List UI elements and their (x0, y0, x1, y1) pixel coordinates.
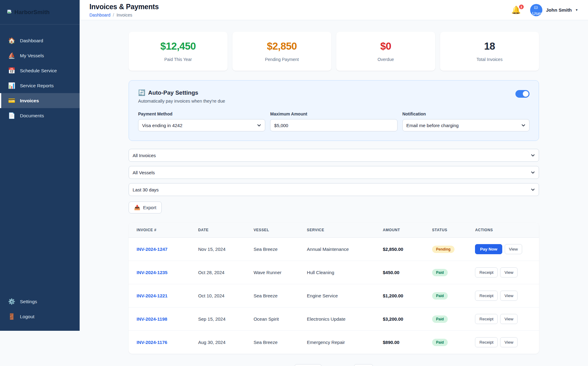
stat-value: $2,850 (236, 40, 328, 52)
logo: HarborSmith (0, 0, 80, 25)
stat-card-paid-this-year: $12,450 Paid This Year (129, 32, 228, 71)
sidebar-item-label: Logout (20, 314, 34, 319)
view-button[interactable]: View (505, 244, 522, 254)
invoice-amount: $890.00 (375, 331, 424, 354)
sidebar-item-invoices[interactable]: 💳 Invoices (0, 93, 80, 108)
page-head: Invoices & Payments Dashboard / Invoices (89, 3, 159, 17)
breadcrumb-dashboard-link[interactable]: Dashboard (89, 13, 111, 17)
topbar-right: 🔔 3 User John Smith ▼ (511, 4, 579, 16)
sidebar-item-label: Settings (20, 299, 37, 304)
sidebar-item-schedule-service[interactable]: 📅 Schedule Service (0, 63, 80, 78)
stat-value: $12,450 (132, 40, 224, 52)
maximum-amount-input[interactable] (270, 119, 397, 131)
filters: All Invoices All Vessels L (129, 149, 539, 196)
door-icon: 🚪 (8, 313, 15, 320)
autopay-fields: Payment Method Visa ending in 4242 Maxim… (138, 111, 530, 131)
invoice-link[interactable]: INV-2024-1198 (137, 316, 167, 322)
receipt-button[interactable]: Receipt (475, 267, 498, 277)
autopay-title: 🔄 Auto-Pay Settings (138, 89, 225, 96)
column-header-service: SERVICE (299, 223, 375, 238)
column-header-invoice: INVOICE # (129, 223, 190, 238)
date-range-filter-select[interactable]: Last 30 days (129, 183, 539, 196)
column-header-status: STATUS (424, 223, 467, 238)
export-button[interactable]: 📥 Export (129, 202, 162, 213)
autopay-head: 🔄 Auto-Pay Settings Automatically pay in… (138, 89, 530, 104)
stat-value: $0 (339, 40, 432, 52)
stat-label: Paid This Year (132, 56, 224, 62)
status-badge: Paid (432, 292, 448, 300)
invoice-date: Aug 30, 2024 (190, 331, 246, 354)
receipt-button[interactable]: Receipt (475, 291, 498, 301)
view-button[interactable]: View (500, 337, 518, 347)
invoice-link[interactable]: INV-2024-1221 (137, 293, 168, 298)
view-button[interactable]: View (500, 267, 518, 277)
breadcrumb-separator: / (113, 13, 114, 17)
calendar-icon: 📅 (8, 67, 15, 74)
sidebar-item-my-vessels[interactable]: ⛵ My Vessels (0, 48, 80, 63)
invoice-link[interactable]: INV-2024-1247 (137, 247, 168, 252)
invoice-link[interactable]: INV-2024-1235 (137, 270, 168, 275)
invoice-service: Emergency Repair (299, 331, 375, 354)
autopay-settings-panel: 🔄 Auto-Pay Settings Automatically pay in… (129, 80, 539, 141)
invoice-service: Electronics Update (299, 308, 375, 331)
invoice-link[interactable]: INV-2024-1176 (137, 340, 167, 345)
view-button[interactable]: View (500, 291, 518, 301)
invoice-date: Sep 15, 2024 (190, 308, 246, 331)
payment-method-label: Payment Method (138, 111, 265, 116)
content: $12,450 Paid This Year $2,850 Pending Pa… (129, 32, 539, 366)
column-header-actions: ACTIONS (467, 223, 539, 238)
invoice-amount: $450.00 (375, 261, 424, 284)
status-badge: Paid (432, 339, 448, 346)
previous-page-button[interactable]: Previous (295, 364, 322, 366)
stat-label: Total Invoices (443, 56, 536, 62)
receipt-button[interactable]: Receipt (475, 337, 498, 347)
table-row: INV-2024-1221 Oct 10, 2024 Sea Breeze En… (129, 284, 539, 308)
stat-card-overdue: $0 Overdue (336, 32, 435, 71)
sidebar-item-label: Schedule Service (20, 68, 57, 74)
gear-icon: ⚙️ (8, 298, 15, 305)
chevron-down-icon[interactable]: ▼ (575, 8, 578, 12)
notification-select[interactable]: Email me before charging (402, 119, 530, 131)
invoice-service: Hull Cleaning (299, 261, 375, 284)
stat-value: 18 (443, 40, 536, 52)
top-header: Invoices & Payments Dashboard / Invoices… (80, 0, 588, 20)
payment-method-select[interactable]: Visa ending in 4242 (138, 119, 265, 131)
notifications-button[interactable]: 🔔 3 (511, 6, 521, 14)
table-row: INV-2024-1176 Aug 30, 2024 Sea Breeze Em… (129, 331, 539, 354)
stat-label: Pending Payment (236, 56, 328, 62)
sidebar-nav: 🏠 Dashboard ⛵ My Vessels 📅 Schedule Serv… (0, 25, 80, 123)
avatar[interactable]: User (530, 4, 542, 16)
table-header-row: INVOICE # DATE VESSEL SERVICE AMOUNT STA… (129, 223, 539, 238)
table-row: INV-2024-1235 Oct 28, 2024 Wave Runner H… (129, 261, 539, 284)
sidebar-bottom: ⚙️ Settings 🚪 Logout (0, 294, 80, 331)
user-name[interactable]: John Smith (546, 7, 572, 13)
notification-field-group: Notification Email me before charging (402, 111, 530, 131)
sidebar-item-service-reports[interactable]: 📊 Service Reports (0, 78, 80, 93)
autopay-toggle[interactable] (515, 90, 530, 98)
avatar-alt-text: User (532, 11, 542, 16)
bar-chart-icon: 📊 (8, 82, 15, 89)
invoice-amount: $1,200.00 (375, 284, 424, 308)
pay-now-button[interactable]: Pay Now (475, 244, 502, 254)
sidebar-item-logout[interactable]: 🚪 Logout (0, 309, 80, 324)
toggle-knob (523, 91, 529, 97)
invoice-status-filter-select[interactable]: All Invoices (129, 149, 539, 162)
stats-row: $12,450 Paid This Year $2,850 Pending Pa… (129, 32, 539, 71)
sidebar-item-dashboard[interactable]: 🏠 Dashboard (0, 33, 80, 48)
document-icon: 📄 (8, 112, 15, 119)
breadcrumb: Dashboard / Invoices (89, 13, 159, 17)
sailboat-icon: ⛵ (8, 52, 15, 59)
vessel-filter-select[interactable]: All Vessels (129, 166, 539, 179)
home-icon: 🏠 (8, 37, 15, 44)
next-page-button[interactable]: Next (354, 364, 373, 366)
column-header-vessel: VESSEL (246, 223, 299, 238)
table-row: INV-2024-1247 Nov 15, 2024 Sea Breeze An… (129, 238, 539, 261)
invoice-amount: $2,850.00 (375, 238, 424, 261)
receipt-button[interactable]: Receipt (475, 314, 498, 324)
view-button[interactable]: View (500, 314, 518, 324)
stat-label: Overdue (339, 56, 432, 62)
sidebar-item-documents[interactable]: 📄 Documents (0, 108, 80, 123)
credit-card-icon: 💳 (8, 97, 15, 104)
sidebar-item-settings[interactable]: ⚙️ Settings (0, 294, 80, 309)
broken-image-icon (7, 9, 13, 15)
